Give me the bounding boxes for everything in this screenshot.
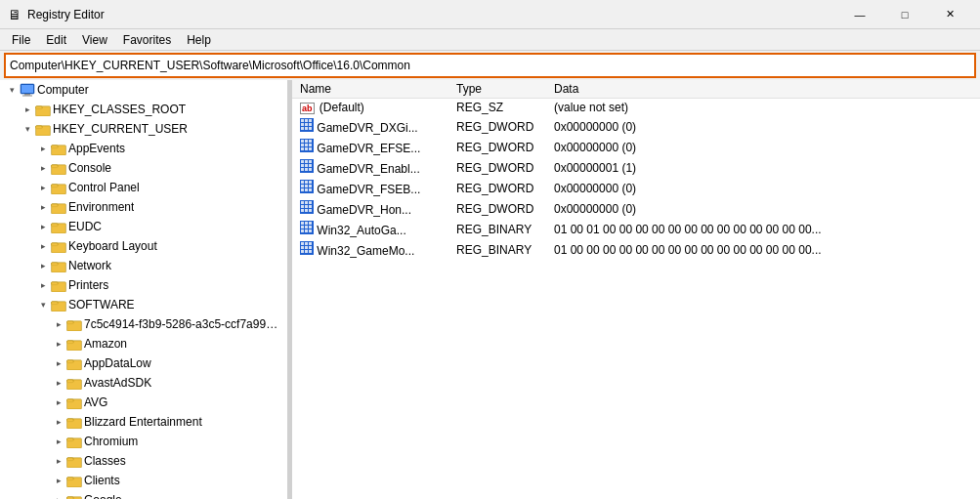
tree-item-avast[interactable]: ▸ AvastAdSDK	[0, 373, 287, 393]
expander-console[interactable]: ▸	[35, 160, 51, 176]
tree-label-environment: Environment	[68, 200, 134, 214]
expander-classes[interactable]: ▸	[51, 453, 66, 469]
tree-label-blizzard: Blizzard Entertainment	[84, 415, 202, 429]
expander-guid[interactable]: ▸	[51, 316, 66, 332]
folder-icon-avg	[66, 395, 82, 409]
table-row[interactable]: ab (Default)REG_SZ(value not set)	[292, 99, 980, 117]
table-row[interactable]: GameDVR_Enabl...REG_DWORD0x00000001 (1)	[292, 157, 980, 178]
expander-software[interactable]: ▾	[35, 297, 51, 312]
expander-network[interactable]: ▸	[35, 258, 51, 273]
col-header-type: Type	[448, 80, 546, 99]
svg-rect-140	[301, 250, 304, 253]
reg-icon-dword	[300, 118, 314, 132]
svg-rect-124	[301, 222, 304, 225]
expander-appdatalow[interactable]: ▸	[51, 355, 66, 371]
svg-rect-96	[309, 160, 312, 163]
app-icon: 🖥	[8, 7, 21, 22]
tree-label-keyboard: Keyboard Layout	[68, 239, 157, 253]
svg-rect-95	[305, 160, 308, 163]
svg-rect-86	[309, 140, 312, 143]
expander-blizzard[interactable]: ▸	[51, 414, 66, 430]
folder-icon-environment	[51, 200, 66, 214]
table-row[interactable]: Win32_GameMo...REG_BINARY01 00 00 00 00 …	[292, 239, 980, 260]
expander-clients[interactable]: ▸	[51, 473, 66, 488]
tree-item-controlpanel[interactable]: ▸ Control Panel	[0, 178, 287, 197]
tree-label-guid: 7c5c4914-f3b9-5286-a3c5-ccf7a99e0c	[84, 317, 283, 331]
svg-rect-45	[67, 361, 74, 362]
maximize-button[interactable]: □	[882, 0, 927, 29]
expander-appevents[interactable]: ▸	[35, 141, 51, 156]
close-button[interactable]: ✕	[927, 0, 972, 29]
tree-item-avg[interactable]: ▸ AVG	[0, 393, 287, 412]
svg-rect-76	[309, 119, 312, 122]
svg-rect-78	[305, 123, 308, 126]
expander-chromium[interactable]: ▸	[51, 434, 66, 449]
svg-rect-91	[305, 147, 308, 150]
expander-printers[interactable]: ▸	[35, 277, 51, 293]
tree-item-software[interactable]: ▾ SOFTWARE	[0, 295, 287, 314]
menu-item-view[interactable]: View	[74, 31, 115, 49]
cell-name-6: Win32_AutoGa...	[292, 219, 448, 239]
table-row[interactable]: GameDVR_FSEB...REG_DWORD0x00000000 (0)	[292, 178, 980, 198]
tree-item-appdatalow[interactable]: ▸ AppDataLow	[0, 353, 287, 373]
cell-type-7: REG_BINARY	[448, 239, 546, 260]
tree-item-guid[interactable]: ▸ 7c5c4914-f3b9-5286-a3c5-ccf7a99e0c	[0, 314, 287, 334]
tree-item-clients[interactable]: ▸ Clients	[0, 471, 287, 490]
expander-avg[interactable]: ▸	[51, 395, 66, 410]
svg-rect-30	[52, 264, 59, 265]
menu-item-edit[interactable]: Edit	[38, 31, 74, 49]
tree-container: ▾ Computer▸ HKEY_CLASSES_ROOT▾ HKEY_CURR…	[0, 80, 287, 499]
svg-rect-99	[309, 164, 312, 167]
expander-avast[interactable]: ▸	[51, 375, 66, 391]
menu-item-file[interactable]: File	[4, 31, 38, 49]
tree-item-printers[interactable]: ▸ Printers	[0, 275, 287, 295]
expander-keyboard[interactable]: ▸	[35, 238, 51, 254]
tree-item-console[interactable]: ▸ Console	[0, 158, 287, 178]
address-input[interactable]	[6, 59, 974, 72]
folder-icon-keyboard	[51, 239, 66, 253]
folder-icon-avast	[66, 376, 82, 390]
tree-item-eudc[interactable]: ▸ EUDC	[0, 217, 287, 236]
table-row[interactable]: Win32_AutoGa...REG_BINARY01 00 01 00 00 …	[292, 219, 980, 239]
tree-item-environment[interactable]: ▸ Environment	[0, 197, 287, 217]
detail-table: Name Type Data ab (Default)REG_SZ(value …	[292, 80, 980, 260]
expander-controlpanel[interactable]: ▸	[35, 180, 51, 195]
svg-rect-116	[309, 201, 312, 204]
tree-item-chromium[interactable]: ▸ Chromium	[0, 432, 287, 451]
minimize-button[interactable]: —	[837, 0, 882, 29]
expander-amazon[interactable]: ▸	[51, 336, 66, 352]
tree-item-keyboard[interactable]: ▸ Keyboard Layout	[0, 236, 287, 256]
table-row[interactable]: GameDVR_Hon...REG_DWORD0x00000000 (0)	[292, 198, 980, 219]
expander-computer[interactable]: ▾	[4, 82, 20, 98]
svg-rect-85	[305, 140, 308, 143]
tree-item-hkcu[interactable]: ▾ HKEY_CURRENT_USER	[0, 119, 287, 139]
cell-data-0: (value not set)	[546, 99, 980, 117]
svg-rect-121	[305, 209, 308, 212]
svg-rect-33	[52, 283, 59, 284]
tree-item-amazon[interactable]: ▸ Amazon	[0, 334, 287, 353]
folder-icon-printers	[51, 278, 66, 292]
tree-label-network: Network	[68, 259, 111, 272]
expander-environment[interactable]: ▸	[35, 199, 51, 215]
tree-item-hkcr[interactable]: ▸ HKEY_CLASSES_ROOT	[0, 100, 287, 119]
tree-item-computer[interactable]: ▾ Computer	[0, 80, 287, 100]
menu-item-favorites[interactable]: Favorites	[115, 31, 179, 49]
tree-label-hkcr: HKEY_CLASSES_ROOT	[53, 103, 186, 116]
tree-item-blizzard[interactable]: ▸ Blizzard Entertainment	[0, 412, 287, 432]
tree-item-network[interactable]: ▸ Network	[0, 256, 287, 275]
menu-item-help[interactable]: Help	[179, 31, 219, 49]
tree-item-appevents[interactable]: ▸ AppEvents	[0, 139, 287, 158]
svg-rect-1	[21, 85, 33, 93]
table-row[interactable]: GameDVR_DXGi...REG_DWORD0x00000000 (0)	[292, 116, 980, 137]
tree-item-classes[interactable]: ▸ Classes	[0, 451, 287, 471]
expander-hkcr[interactable]: ▸	[20, 102, 35, 117]
svg-rect-110	[301, 188, 304, 191]
expander-google[interactable]: ▸	[51, 492, 66, 499]
tree-item-google[interactable]: ▸ Google	[0, 490, 287, 499]
expander-eudc[interactable]: ▸	[35, 219, 51, 234]
app-title: Registry Editor	[27, 8, 105, 21]
svg-rect-9	[36, 127, 43, 128]
table-row[interactable]: GameDVR_EFSE...REG_DWORD0x00000000 (0)	[292, 137, 980, 157]
expander-hkcu[interactable]: ▾	[20, 121, 35, 137]
cell-name-2: GameDVR_EFSE...	[292, 137, 448, 157]
